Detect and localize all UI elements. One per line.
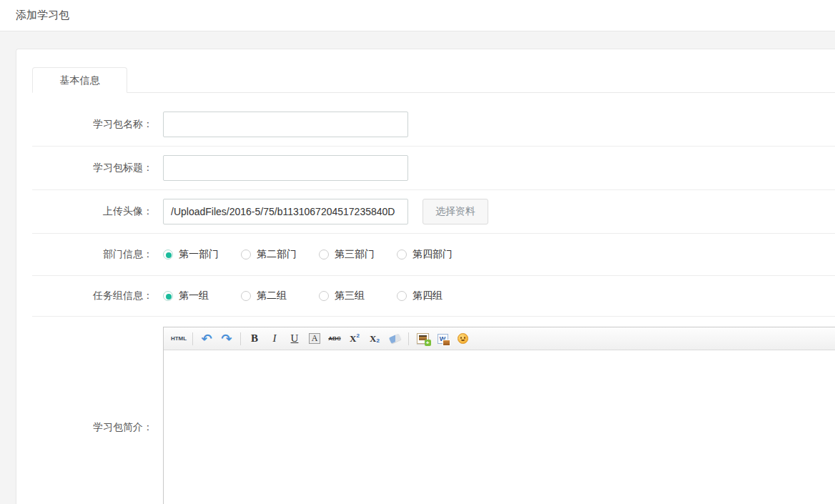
radio-icon: [397, 291, 407, 301]
radio-department-4[interactable]: 第四部门: [397, 248, 465, 261]
radio-department-2[interactable]: 第二部门: [241, 248, 310, 261]
page-body: 基本信息 学习包名称： 学习包标题： 上传头像： 选择资料 部门信息：: [0, 31, 835, 504]
emoticon-button[interactable]: [453, 330, 472, 347]
bold-button[interactable]: B: [245, 330, 264, 347]
title-input[interactable]: [163, 155, 408, 181]
form-row-intro: 学习包简介： HTML ↶ ↷: [32, 317, 835, 504]
radio-icon: [319, 249, 329, 260]
radio-icon: [397, 249, 407, 260]
word-document-icon: W: [438, 334, 448, 344]
subscript-icon: X: [370, 333, 376, 345]
remove-format-button[interactable]: [385, 330, 404, 347]
editor-toolbar: HTML ↶ ↷ B I: [164, 327, 835, 350]
radio-task-group-2[interactable]: 第二组: [241, 290, 310, 302]
toolbar-divider: [192, 332, 193, 345]
radio-icon: [241, 249, 251, 260]
italic-icon: I: [273, 332, 277, 345]
insert-image-icon: [417, 333, 429, 344]
strikethrough-button[interactable]: ABC: [325, 330, 344, 347]
redo-icon: ↷: [221, 332, 232, 345]
radio-selected-icon: [163, 291, 173, 301]
tab-bar: 基本信息: [32, 67, 835, 93]
form-row-task-group: 任务组信息： 第一组 第二组 第三组 第四组: [32, 276, 835, 317]
eraser-icon: [388, 333, 400, 343]
bold-icon: B: [251, 332, 258, 345]
radio-task-group-3[interactable]: 第三组: [319, 290, 387, 302]
underline-icon: U: [291, 332, 299, 345]
subscript-button[interactable]: X2: [365, 330, 384, 347]
avatar-path-input[interactable]: [163, 199, 408, 224]
form-row-department: 部门信息： 第一部门 第二部门 第三部门 第四部门: [32, 234, 835, 276]
name-label: 学习包名称：: [32, 118, 153, 131]
superscript-button[interactable]: X2: [345, 330, 364, 347]
radio-selected-icon: [163, 249, 173, 260]
name-input[interactable]: [163, 112, 408, 137]
html-source-icon: HTML: [171, 335, 187, 342]
insert-image-button[interactable]: [413, 330, 432, 347]
form-row-title: 学习包标题：: [32, 147, 835, 190]
toolbar-divider: [240, 332, 241, 345]
rich-text-editor: HTML ↶ ↷ B I: [163, 327, 835, 504]
department-label: 部门信息：: [32, 248, 153, 261]
paste-from-word-button[interactable]: W: [433, 330, 452, 347]
select-material-button[interactable]: 选择资料: [423, 199, 488, 224]
avatar-label: 上传头像：: [32, 205, 153, 218]
smiley-icon: [458, 333, 468, 344]
radio-task-group-1[interactable]: 第一组: [163, 290, 232, 302]
title-label: 学习包标题：: [32, 162, 153, 174]
strikethrough-icon: ABC: [328, 335, 340, 342]
html-source-button[interactable]: HTML: [169, 330, 188, 347]
form-row-name: 学习包名称：: [32, 93, 835, 147]
radio-department-3[interactable]: 第三部门: [319, 248, 387, 261]
form-row-avatar: 上传头像： 选择资料: [32, 190, 835, 234]
toolbar-divider: [408, 332, 409, 345]
radio-icon: [319, 291, 329, 301]
page-header: 添加学习包: [0, 0, 835, 31]
page-title: 添加学习包: [16, 9, 69, 22]
superscript-icon: X: [350, 333, 356, 345]
form-card: 基本信息 学习包名称： 学习包标题： 上传头像： 选择资料 部门信息：: [16, 49, 835, 504]
redo-button[interactable]: ↷: [217, 330, 236, 347]
radio-department-1[interactable]: 第一部门: [163, 248, 232, 261]
underline-button[interactable]: U: [285, 330, 304, 347]
task-group-label: 任务组信息：: [32, 290, 153, 302]
radio-icon: [241, 291, 251, 301]
undo-icon: ↶: [201, 332, 212, 345]
italic-button[interactable]: I: [265, 330, 284, 347]
radio-task-group-4[interactable]: 第四组: [397, 290, 465, 302]
font-color-icon: A: [309, 333, 321, 344]
intro-label: 学习包简介：: [32, 421, 153, 434]
undo-button[interactable]: ↶: [197, 330, 216, 347]
tab-basic-info[interactable]: 基本信息: [32, 67, 127, 93]
font-color-button[interactable]: A: [305, 330, 324, 347]
intro-editor-content[interactable]: [164, 350, 835, 504]
